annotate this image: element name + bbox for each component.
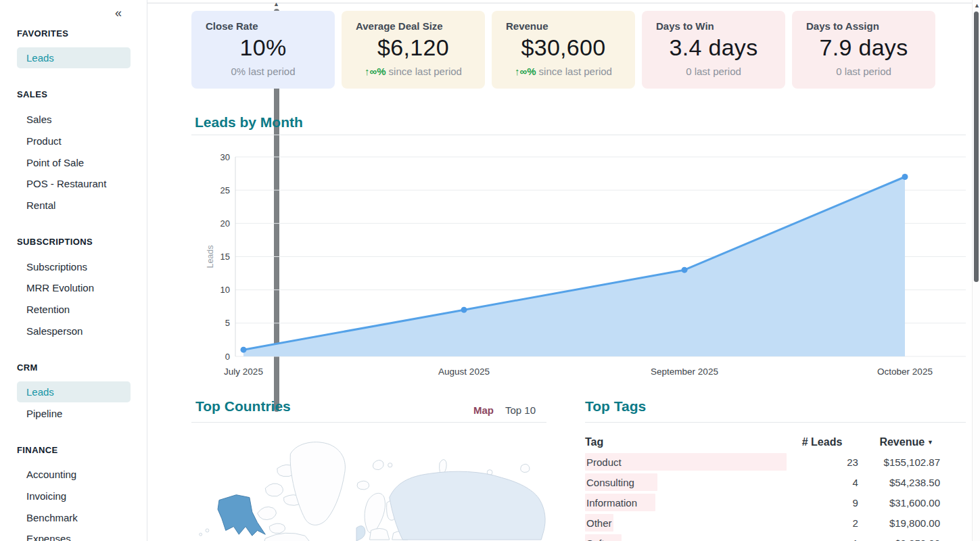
sidebar-item-invoicing[interactable]: Invoicing bbox=[26, 490, 66, 502]
kpi-title: Days to Win bbox=[656, 20, 785, 32]
svg-text:10: 10 bbox=[220, 285, 230, 295]
section-title-leads-by-month: Leads by Month bbox=[195, 114, 303, 131]
sidebar-item-leads-favorite[interactable]: Leads bbox=[17, 47, 131, 68]
section-title-top-countries: Top Countries bbox=[195, 398, 291, 415]
kpi-card-days-to-win: Days to Win 3.4 days 0 last period bbox=[642, 11, 785, 89]
kpi-subtitle: 0% last period bbox=[191, 66, 335, 77]
sidebar-item-subscriptions[interactable]: Subscriptions bbox=[26, 261, 87, 273]
scroll-up-icon[interactable]: ▲ bbox=[273, 1, 279, 7]
tag-row-consulting[interactable]: Consulting 4 $54,238.50 bbox=[585, 472, 940, 492]
sidebar-section-crm: CRM bbox=[17, 362, 38, 373]
kpi-card-close-rate: Close Rate 10% 0% last period bbox=[191, 11, 335, 89]
section-title-top-tags: Top Tags bbox=[585, 398, 646, 415]
sidebar-item-pipeline[interactable]: Pipeline bbox=[26, 408, 62, 419]
kpi-value: 10% bbox=[191, 34, 335, 61]
kpi-subtitle: 0 last period bbox=[792, 66, 935, 77]
kpi-subtitle: ↑∞%since last period bbox=[342, 66, 485, 77]
table-header-row: Tag # Leads Revenue▼ bbox=[585, 433, 940, 452]
world-map bbox=[191, 433, 548, 541]
tag-row-information[interactable]: Information 9 $31,600.00 bbox=[585, 492, 940, 513]
page-scrollbar-thumb[interactable] bbox=[974, 11, 979, 282]
sidebar-scrollbar[interactable]: ▲ bbox=[136, 0, 144, 541]
svg-text:30: 30 bbox=[220, 152, 230, 162]
sidebar-item-leads-crm[interactable]: Leads bbox=[17, 381, 131, 402]
sidebar-collapse-button[interactable]: « bbox=[115, 7, 122, 19]
kpi-title: Average Deal Size bbox=[356, 20, 485, 32]
leads-column-header[interactable]: # Leads bbox=[776, 436, 858, 448]
kpi-card-average-deal-size: Average Deal Size $6,120 ↑∞%since last p… bbox=[342, 11, 485, 89]
map-country-russia[interactable] bbox=[390, 471, 545, 540]
sidebar-item-point-of-sale[interactable]: Point of Sale bbox=[26, 157, 84, 168]
sidebar-item-salesperson[interactable]: Salesperson bbox=[26, 325, 83, 337]
kpi-title: Revenue bbox=[506, 20, 635, 32]
tag-row-product[interactable]: Product 23 $155,102.87 bbox=[585, 452, 940, 472]
kpi-subtitle: ↑∞%since last period bbox=[492, 66, 635, 77]
sidebar-section-sales: SALES bbox=[17, 89, 47, 99]
sidebar-item-product[interactable]: Product bbox=[26, 135, 62, 147]
svg-text:20: 20 bbox=[220, 218, 230, 229]
scroll-up-icon[interactable]: ▲ bbox=[974, 2, 980, 9]
kpi-value: 7.9 days bbox=[792, 34, 935, 61]
sidebar-item-pos-restaurant[interactable]: POS - Restaurant bbox=[26, 178, 106, 189]
kpi-subtitle: 0 last period bbox=[642, 66, 785, 77]
section-divider bbox=[191, 135, 966, 135]
sidebar-section-favorites: FAVORITES bbox=[17, 28, 68, 39]
section-divider bbox=[585, 422, 966, 423]
svg-text:15: 15 bbox=[220, 252, 230, 262]
kpi-title: Close Rate bbox=[206, 20, 335, 32]
sidebar-item-expenses[interactable]: Expenses bbox=[26, 533, 71, 541]
kpi-title: Days to Assign bbox=[806, 20, 935, 32]
revenue-column-header[interactable]: Revenue▼ bbox=[857, 436, 940, 448]
sidebar-item-sales[interactable]: Sales bbox=[26, 114, 52, 125]
sidebar-item-retention[interactable]: Retention bbox=[26, 304, 70, 315]
tag-row-other[interactable]: Other 2 $19,800.00 bbox=[585, 513, 940, 533]
kpi-card-days-to-assign: Days to Assign 7.9 days 0 last period bbox=[792, 11, 935, 89]
sidebar-item-rental[interactable]: Rental bbox=[26, 199, 55, 211]
kpi-value: 3.4 days bbox=[642, 34, 785, 61]
svg-text:Leads: Leads bbox=[206, 245, 215, 268]
map-country-greenland bbox=[290, 442, 345, 525]
svg-text:October 2025: October 2025 bbox=[877, 367, 933, 377]
sidebar: « FAVORITES Leads SALES Sales Product Po… bbox=[0, 0, 147, 541]
svg-text:0: 0 bbox=[225, 352, 230, 362]
kpi-card-revenue: Revenue $30,600 ↑∞%since last period bbox=[492, 11, 635, 89]
kpi-value: $30,600 bbox=[492, 34, 635, 61]
dashboard-page: « FAVORITES Leads SALES Sales Product Po… bbox=[0, 0, 980, 541]
trend-up-icon: ↑∞% bbox=[515, 66, 536, 77]
tag-row-partial[interactable]: Software 1 $9,850.00 bbox=[585, 533, 940, 541]
tag-column-header[interactable]: Tag bbox=[585, 433, 776, 452]
svg-text:25: 25 bbox=[220, 185, 230, 195]
svg-text:September 2025: September 2025 bbox=[651, 367, 718, 377]
sidebar-item-accounting[interactable]: Accounting bbox=[26, 469, 76, 480]
map-view-toggle[interactable]: Map bbox=[473, 404, 494, 416]
top10-view-toggle[interactable]: Top 10 bbox=[505, 404, 536, 416]
svg-text:August 2025: August 2025 bbox=[438, 367, 490, 377]
sidebar-section-subscriptions: SUBSCRIPTIONS bbox=[17, 237, 93, 247]
map-country-uk[interactable] bbox=[356, 526, 365, 541]
trend-up-icon: ↑∞% bbox=[365, 66, 386, 77]
kpi-value: $6,120 bbox=[342, 34, 485, 61]
top-tags-table: Tag # Leads Revenue▼ Product 23 $155,102… bbox=[585, 433, 940, 541]
svg-text:July 2025: July 2025 bbox=[224, 367, 263, 377]
sidebar-item-benchmark[interactable]: Benchmark bbox=[26, 512, 78, 523]
sidebar-section-finance: FINANCE bbox=[17, 445, 58, 455]
sidebar-item-mrr-evolution[interactable]: MRR Evolution bbox=[26, 282, 94, 293]
sort-desc-icon: ▼ bbox=[927, 439, 933, 446]
section-divider bbox=[191, 422, 546, 423]
leads-chart: 051015202530July 2025August 2025Septembe… bbox=[191, 145, 967, 382]
svg-text:5: 5 bbox=[225, 318, 230, 328]
